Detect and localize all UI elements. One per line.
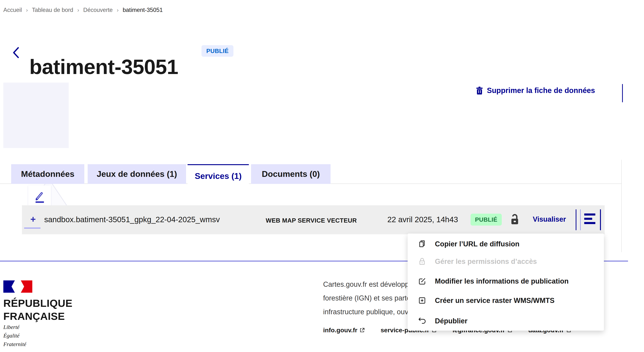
menu-item-label: Modifier les informations de publication	[435, 277, 568, 285]
page-title: batiment-35051	[29, 55, 178, 79]
menu-item-modifier-publication[interactable]: Modifier les informations de publication	[418, 276, 568, 287]
lock-unlock-icon	[509, 213, 521, 225]
tab-metadonnees[interactable]: Métadonnées	[11, 164, 84, 184]
brand-line1: RÉPUBLIQUE	[3, 297, 72, 310]
lock-icon	[418, 257, 427, 266]
tab-documents[interactable]: Documents (0)	[251, 164, 330, 184]
row-separator	[576, 209, 576, 230]
footer-link-label: info.gouv.fr	[323, 326, 357, 334]
breadcrumb-separator: ›	[77, 7, 79, 13]
toolbar-separator	[622, 84, 623, 102]
status-badge: PUBLIÉ	[202, 45, 234, 57]
tab-services[interactable]: Services (1)	[188, 164, 249, 187]
service-row: + sandbox.batiment-35051_gpkg_22-04-2025…	[22, 205, 605, 234]
breadcrumb-tableau-de-bord[interactable]: Tableau de bord	[32, 7, 73, 13]
expand-service-button[interactable]: +	[28, 214, 39, 225]
row-separator	[600, 209, 601, 230]
breadcrumb-decouverte[interactable]: Découverte	[83, 7, 113, 13]
breadcrumb-separator: ›	[117, 7, 119, 13]
datasheet-thumbnail	[3, 83, 69, 148]
copy-icon	[418, 239, 427, 249]
add-box-icon	[418, 296, 427, 305]
tab-label: Jeux de données (1)	[97, 169, 177, 179]
service-name: sandbox.batiment-35051_gpkg_22-04-2025_w…	[44, 215, 220, 224]
external-link-icon	[360, 328, 365, 333]
brand-line2: FRANÇAISE	[3, 310, 72, 323]
menu-item-creer-service-raster[interactable]: Créer un service raster WMS/WMTS	[418, 295, 554, 306]
menu-item-copier-url[interactable]: Copier l’URL de diffusion	[418, 238, 520, 250]
pencil-icon	[33, 191, 46, 203]
service-status-badge: PUBLIÉ	[470, 214, 502, 226]
footer-link-info-gouv-fr[interactable]: info.gouv.fr	[323, 326, 365, 334]
tab-label: Métadonnées	[21, 169, 74, 179]
chevron-left-icon	[12, 47, 20, 58]
service-publish-date: 22 avril 2025, 14h43	[387, 215, 458, 224]
tab-jeux-de-donnees[interactable]: Jeux de données (1)	[88, 164, 186, 184]
delete-datasheet-button[interactable]: Supprimer la fiche de données	[476, 86, 595, 95]
tab-label: Documents (0)	[262, 169, 320, 179]
undo-icon	[418, 316, 427, 326]
menu-item-label: Créer un service raster WMS/WMTS	[435, 297, 554, 305]
trash-icon	[476, 86, 483, 95]
expand-underline	[24, 228, 40, 229]
delete-datasheet-label: Supprimer la fiche de données	[487, 86, 595, 95]
tab-label: Services (1)	[195, 171, 242, 181]
breadcrumb: Accueil › Tableau de bord › Découverte ›…	[3, 7, 163, 13]
breadcrumb-separator: ›	[26, 7, 28, 13]
back-button[interactable]	[12, 47, 20, 58]
breadcrumb-current: batiment-35051	[123, 7, 163, 13]
edit-box-icon	[418, 276, 427, 286]
menu-item-label: Copier l’URL de diffusion	[435, 240, 520, 248]
row-separator	[580, 209, 581, 230]
service-type-label: WEB MAP SERVICE VECTEUR	[266, 217, 357, 224]
visualize-link[interactable]: Visualiser	[533, 215, 566, 223]
page: Accueil › Tableau de bord › Découverte ›…	[0, 0, 644, 352]
edit-thumbnail-button[interactable]	[28, 186, 51, 208]
menu-item-depublier[interactable]: Dépublier	[418, 315, 468, 326]
menu-item-label: Gérer les permissions d’accès	[435, 258, 537, 266]
menu-item-gerer-permissions: Gérer les permissions d’accès	[418, 256, 537, 267]
service-menu-button[interactable]	[584, 213, 596, 225]
panel-right-border	[621, 160, 622, 252]
brand-motto: Liberté Égalité Fraternité	[3, 323, 26, 348]
marianne-flag-logo	[3, 280, 32, 293]
menu-item-label: Dépublier	[435, 317, 468, 325]
breadcrumb-accueil[interactable]: Accueil	[3, 7, 22, 13]
menu-icon	[584, 213, 596, 224]
republique-francaise-logo-text: RÉPUBLIQUE FRANÇAISE	[3, 297, 72, 323]
